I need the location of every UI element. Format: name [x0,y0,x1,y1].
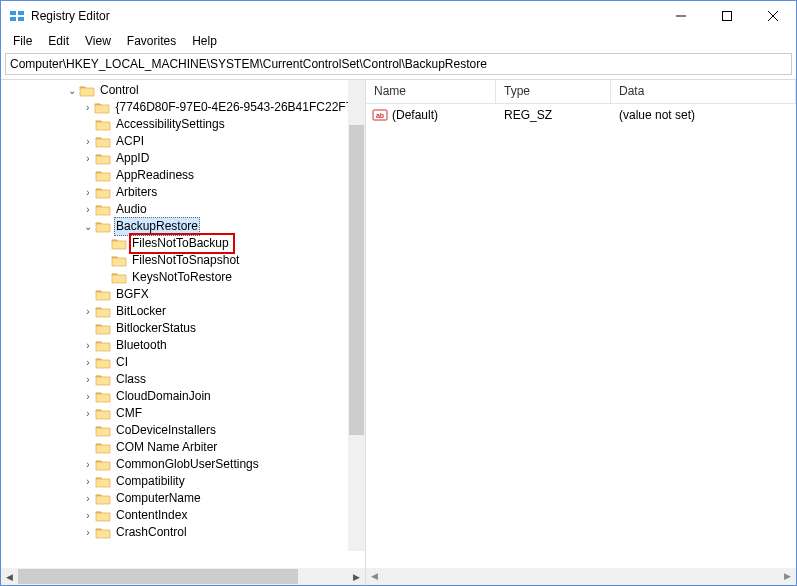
menu-view[interactable]: View [77,32,119,50]
tree-scroll-area[interactable]: ⌄Control›{7746D80F-97E0-4E26-9543-26B41F… [1,80,365,568]
chevron-right-icon[interactable]: › [81,99,94,116]
tree-node[interactable]: ›BitLocker [1,303,365,320]
chevron-right-icon[interactable]: › [81,405,95,422]
tree-node[interactable]: ›CI [1,354,365,371]
chevron-right-icon[interactable]: › [81,201,95,218]
folder-icon [95,441,111,455]
tree-vertical-scrollbar-thumb[interactable] [349,125,364,435]
chevron-right-icon[interactable]: › [81,388,95,405]
tree-node-label: {7746D80F-97E0-4E26-9543-26B41FC22F79} [113,99,365,116]
tree-node[interactable]: ›Class [1,371,365,388]
folder-icon [95,322,111,336]
folder-icon [111,271,127,285]
svg-rect-1 [18,11,24,15]
tree-horizontal-scrollbar[interactable]: ◀ ▶ [1,568,365,585]
tree-node[interactable]: ›CommonGlobUserSettings [1,456,365,473]
value-data: (value not set) [611,108,796,122]
maximize-button[interactable] [704,1,750,31]
tree-node[interactable]: ›ContentIndex [1,507,365,524]
tree-node[interactable]: ›ComputerName [1,490,365,507]
chevron-right-icon[interactable]: › [81,507,95,524]
tree-node-label: Class [114,371,148,388]
tree-node[interactable]: ›CrashControl [1,524,365,541]
tree-node[interactable]: ›COM Name Arbiter [1,439,365,456]
tree-node[interactable]: ›AccessibilitySettings [1,116,365,133]
chevron-right-icon[interactable]: › [81,490,95,507]
folder-icon [95,152,111,166]
tree-node-label: CI [114,354,130,371]
menu-help[interactable]: Help [184,32,225,50]
chevron-down-icon[interactable]: ⌄ [81,218,95,235]
chevron-down-icon[interactable]: ⌄ [65,82,79,99]
scroll-right-icon[interactable]: ▶ [348,572,365,582]
tree-node-label: AccessibilitySettings [114,116,227,133]
tree-node-label: CoDeviceInstallers [114,422,218,439]
svg-text:ab: ab [376,112,384,119]
chevron-right-icon[interactable]: › [81,150,95,167]
tree-node-label: BitLocker [114,303,168,320]
scroll-left-icon[interactable]: ◀ [1,572,18,582]
tree-node[interactable]: ›KeysNotToRestore [1,269,365,286]
tree-node[interactable]: ›Bluetooth [1,337,365,354]
tree-node[interactable]: ›{7746D80F-97E0-4E26-9543-26B41FC22F79} [1,99,365,116]
address-bar[interactable]: Computer\HKEY_LOCAL_MACHINE\SYSTEM\Curre… [5,53,792,75]
folder-icon [95,509,111,523]
window-title: Registry Editor [31,9,658,23]
column-header-type[interactable]: Type [496,80,611,103]
tree-node-label: BGFX [114,286,151,303]
titlebar: Registry Editor [1,1,796,31]
column-header-data[interactable]: Data [611,80,796,103]
folder-icon [95,135,111,149]
column-header-name[interactable]: Name [366,80,496,103]
tree-node[interactable]: ›ACPI [1,133,365,150]
tree-node[interactable]: ⌄Control [1,82,365,99]
tree-node[interactable]: ›AppReadiness [1,167,365,184]
tree-node[interactable]: ›FilesNotToSnapshot [1,252,365,269]
svg-rect-3 [18,17,24,21]
chevron-right-icon[interactable]: › [81,473,95,490]
svg-rect-0 [10,11,16,15]
menu-edit[interactable]: Edit [40,32,77,50]
tree-node[interactable]: ›AppID [1,150,365,167]
chevron-right-icon[interactable]: › [81,371,95,388]
string-value-icon: ab [372,107,388,123]
tree-node[interactable]: ›BitlockerStatus [1,320,365,337]
tree-node-label: FilesNotToBackup [129,233,235,254]
tree-vertical-scrollbar[interactable] [348,80,365,551]
tree-node-label: ComputerName [114,490,203,507]
minimize-button[interactable] [658,1,704,31]
chevron-right-icon[interactable]: › [81,524,95,541]
tree-node[interactable]: ›Audio [1,201,365,218]
chevron-right-icon[interactable]: › [81,456,95,473]
tree-node[interactable]: ›BGFX [1,286,365,303]
menu-file[interactable]: File [5,32,40,50]
tree-horizontal-scrollbar-thumb[interactable] [18,569,298,584]
tree-node[interactable]: ›Arbiters [1,184,365,201]
folder-icon [95,169,111,183]
chevron-right-icon[interactable]: › [81,337,95,354]
tree-node[interactable]: ›CloudDomainJoin [1,388,365,405]
chevron-right-icon[interactable]: › [81,133,95,150]
chevron-right-icon[interactable]: › [81,303,95,320]
scroll-left-icon[interactable]: ◀ [366,568,383,585]
tree-node-label: AppReadiness [114,167,196,184]
app-icon [9,8,25,24]
chevron-right-icon[interactable]: › [81,184,95,201]
folder-icon [95,492,111,506]
tree-node-label: BitlockerStatus [114,320,198,337]
value-row[interactable]: ab(Default)REG_SZ(value not set) [366,106,796,124]
tree-node[interactable]: ›CMF [1,405,365,422]
value-type: REG_SZ [496,108,611,122]
scroll-right-icon[interactable]: ▶ [779,568,796,585]
tree-node[interactable]: ›FilesNotToBackup [1,235,365,252]
values-horizontal-scrollbar[interactable]: ◀ ▶ [366,568,796,585]
tree-node[interactable]: ›Compatibility [1,473,365,490]
folder-icon [95,220,111,234]
tree-node-label: CMF [114,405,144,422]
tree-node[interactable]: ›CoDeviceInstallers [1,422,365,439]
chevron-right-icon[interactable]: › [81,354,95,371]
menu-favorites[interactable]: Favorites [119,32,184,50]
close-button[interactable] [750,1,796,31]
folder-icon [95,203,111,217]
folder-icon [95,526,111,540]
